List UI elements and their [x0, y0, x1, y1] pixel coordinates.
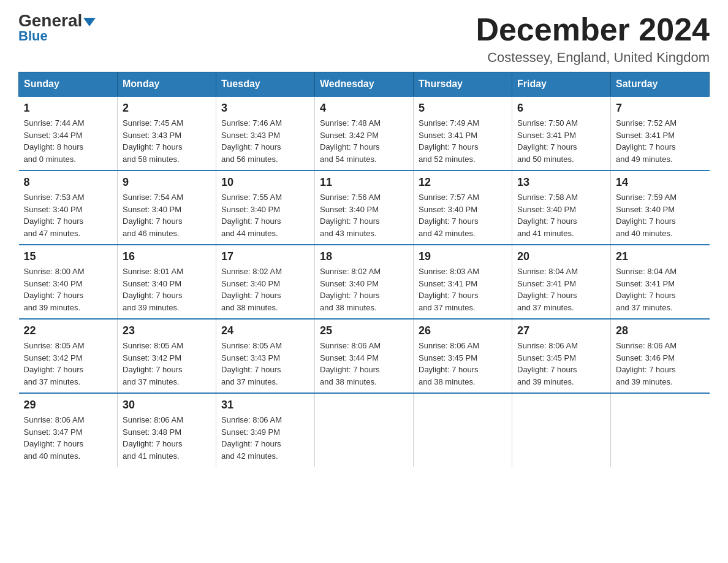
day-info: Sunrise: 7:49 AM Sunset: 3:41 PM Dayligh… — [419, 117, 507, 165]
calendar-cell — [512, 393, 611, 467]
day-info: Sunrise: 7:44 AM Sunset: 3:44 PM Dayligh… — [24, 117, 113, 165]
calendar-cell: 25 Sunrise: 8:06 AM Sunset: 3:44 PM Dayl… — [315, 319, 414, 393]
day-number: 5 — [419, 102, 507, 115]
calendar-cell: 15 Sunrise: 8:00 AM Sunset: 3:40 PM Dayl… — [19, 245, 118, 319]
day-number: 14 — [616, 176, 705, 189]
calendar-cell: 11 Sunrise: 7:56 AM Sunset: 3:40 PM Dayl… — [315, 170, 414, 245]
calendar-cell: 1 Sunrise: 7:44 AM Sunset: 3:44 PM Dayli… — [19, 96, 118, 170]
day-number: 22 — [24, 324, 113, 337]
page-header: General Blue December 2024 Costessey, En… — [18, 12, 710, 66]
day-info: Sunrise: 8:06 AM Sunset: 3:48 PM Dayligh… — [123, 414, 211, 462]
calendar-cell: 28 Sunrise: 8:06 AM Sunset: 3:46 PM Dayl… — [611, 319, 710, 393]
day-info: Sunrise: 7:56 AM Sunset: 3:40 PM Dayligh… — [320, 191, 408, 239]
day-number: 1 — [24, 102, 113, 115]
day-info: Sunrise: 8:04 AM Sunset: 3:41 PM Dayligh… — [616, 266, 705, 313]
calendar-week-row: 29 Sunrise: 8:06 AM Sunset: 3:47 PM Dayl… — [19, 393, 710, 467]
day-number: 2 — [123, 102, 211, 115]
day-number: 7 — [616, 102, 705, 115]
day-info: Sunrise: 7:45 AM Sunset: 3:43 PM Dayligh… — [123, 117, 211, 165]
day-number: 11 — [320, 176, 408, 189]
calendar-cell: 21 Sunrise: 8:04 AM Sunset: 3:41 PM Dayl… — [611, 245, 710, 319]
day-number: 17 — [221, 250, 309, 263]
day-info: Sunrise: 8:01 AM Sunset: 3:40 PM Dayligh… — [123, 266, 211, 313]
calendar-cell: 24 Sunrise: 8:05 AM Sunset: 3:43 PM Dayl… — [216, 319, 315, 393]
calendar-header: SundayMondayTuesdayWednesdayThursdayFrid… — [19, 72, 710, 97]
day-number: 8 — [24, 176, 113, 189]
calendar-cell: 3 Sunrise: 7:46 AM Sunset: 3:43 PM Dayli… — [216, 96, 315, 170]
calendar-cell: 27 Sunrise: 8:06 AM Sunset: 3:45 PM Dayl… — [512, 319, 611, 393]
calendar-cell: 17 Sunrise: 8:02 AM Sunset: 3:40 PM Dayl… — [216, 245, 315, 319]
calendar-cell: 9 Sunrise: 7:54 AM Sunset: 3:40 PM Dayli… — [118, 170, 216, 245]
calendar-cell: 12 Sunrise: 7:57 AM Sunset: 3:40 PM Dayl… — [414, 170, 512, 245]
logo-blue: Blue — [18, 28, 48, 44]
day-number: 30 — [123, 399, 211, 412]
weekday-header-wednesday: Wednesday — [315, 72, 414, 97]
calendar-cell: 10 Sunrise: 7:55 AM Sunset: 3:40 PM Dayl… — [216, 170, 315, 245]
calendar-cell: 23 Sunrise: 8:05 AM Sunset: 3:42 PM Dayl… — [118, 319, 216, 393]
day-info: Sunrise: 8:02 AM Sunset: 3:40 PM Dayligh… — [320, 266, 408, 313]
day-number: 25 — [320, 324, 408, 337]
day-number: 19 — [419, 250, 507, 263]
page-subtitle: Costessey, England, United Kingdom — [476, 50, 710, 66]
weekday-header-friday: Friday — [512, 72, 611, 97]
day-info: Sunrise: 8:06 AM Sunset: 3:47 PM Dayligh… — [24, 414, 113, 462]
day-number: 23 — [123, 324, 211, 337]
calendar-cell — [315, 393, 414, 467]
day-info: Sunrise: 8:06 AM Sunset: 3:44 PM Dayligh… — [320, 340, 408, 388]
calendar-week-row: 15 Sunrise: 8:00 AM Sunset: 3:40 PM Dayl… — [19, 245, 710, 319]
calendar-cell — [414, 393, 512, 467]
day-info: Sunrise: 8:06 AM Sunset: 3:45 PM Dayligh… — [419, 340, 507, 388]
day-number: 3 — [221, 102, 309, 115]
calendar-body: 1 Sunrise: 7:44 AM Sunset: 3:44 PM Dayli… — [19, 96, 710, 467]
day-info: Sunrise: 7:59 AM Sunset: 3:40 PM Dayligh… — [616, 191, 705, 239]
day-number: 12 — [419, 176, 507, 189]
calendar-week-row: 22 Sunrise: 8:05 AM Sunset: 3:42 PM Dayl… — [19, 319, 710, 393]
calendar-cell: 22 Sunrise: 8:05 AM Sunset: 3:42 PM Dayl… — [19, 319, 118, 393]
calendar-cell: 14 Sunrise: 7:59 AM Sunset: 3:40 PM Dayl… — [611, 170, 710, 245]
day-number: 31 — [221, 399, 309, 412]
day-info: Sunrise: 7:50 AM Sunset: 3:41 PM Dayligh… — [517, 117, 605, 165]
calendar-cell: 30 Sunrise: 8:06 AM Sunset: 3:48 PM Dayl… — [118, 393, 216, 467]
day-info: Sunrise: 8:02 AM Sunset: 3:40 PM Dayligh… — [221, 266, 309, 313]
day-info: Sunrise: 7:48 AM Sunset: 3:42 PM Dayligh… — [320, 117, 408, 165]
logo: General Blue — [18, 12, 96, 44]
calendar-cell: 8 Sunrise: 7:53 AM Sunset: 3:40 PM Dayli… — [19, 170, 118, 245]
day-number: 10 — [221, 176, 309, 189]
calendar-cell: 18 Sunrise: 8:02 AM Sunset: 3:40 PM Dayl… — [315, 245, 414, 319]
calendar-cell: 26 Sunrise: 8:06 AM Sunset: 3:45 PM Dayl… — [414, 319, 512, 393]
day-number: 24 — [221, 324, 309, 337]
calendar-cell: 16 Sunrise: 8:01 AM Sunset: 3:40 PM Dayl… — [118, 245, 216, 319]
calendar-cell: 2 Sunrise: 7:45 AM Sunset: 3:43 PM Dayli… — [118, 96, 216, 170]
weekday-header-thursday: Thursday — [414, 72, 512, 97]
weekday-header-row: SundayMondayTuesdayWednesdayThursdayFrid… — [19, 72, 710, 97]
day-number: 18 — [320, 250, 408, 263]
calendar-cell: 20 Sunrise: 8:04 AM Sunset: 3:41 PM Dayl… — [512, 245, 611, 319]
day-number: 21 — [616, 250, 705, 263]
calendar-cell: 7 Sunrise: 7:52 AM Sunset: 3:41 PM Dayli… — [611, 96, 710, 170]
calendar-cell: 31 Sunrise: 8:06 AM Sunset: 3:49 PM Dayl… — [216, 393, 315, 467]
day-number: 28 — [616, 324, 705, 337]
day-info: Sunrise: 7:58 AM Sunset: 3:40 PM Dayligh… — [517, 191, 605, 239]
day-info: Sunrise: 7:53 AM Sunset: 3:40 PM Dayligh… — [24, 191, 113, 239]
day-number: 27 — [517, 324, 605, 337]
calendar-cell: 19 Sunrise: 8:03 AM Sunset: 3:41 PM Dayl… — [414, 245, 512, 319]
weekday-header-sunday: Sunday — [19, 72, 118, 97]
day-info: Sunrise: 8:05 AM Sunset: 3:42 PM Dayligh… — [123, 340, 211, 388]
title-block: December 2024 Costessey, England, United… — [476, 12, 710, 66]
calendar-table: SundayMondayTuesdayWednesdayThursdayFrid… — [18, 72, 710, 467]
day-info: Sunrise: 7:57 AM Sunset: 3:40 PM Dayligh… — [419, 191, 507, 239]
day-number: 4 — [320, 102, 408, 115]
day-number: 15 — [24, 250, 113, 263]
day-info: Sunrise: 7:54 AM Sunset: 3:40 PM Dayligh… — [123, 191, 211, 239]
calendar-cell — [611, 393, 710, 467]
day-number: 20 — [517, 250, 605, 263]
calendar-cell: 5 Sunrise: 7:49 AM Sunset: 3:41 PM Dayli… — [414, 96, 512, 170]
day-number: 29 — [24, 399, 113, 412]
page-title: December 2024 — [476, 12, 710, 47]
day-info: Sunrise: 8:05 AM Sunset: 3:43 PM Dayligh… — [221, 340, 309, 388]
day-info: Sunrise: 8:06 AM Sunset: 3:49 PM Dayligh… — [221, 414, 309, 462]
day-info: Sunrise: 8:00 AM Sunset: 3:40 PM Dayligh… — [24, 266, 113, 313]
calendar-week-row: 1 Sunrise: 7:44 AM Sunset: 3:44 PM Dayli… — [19, 96, 710, 170]
day-info: Sunrise: 8:03 AM Sunset: 3:41 PM Dayligh… — [419, 266, 507, 313]
day-number: 16 — [123, 250, 211, 263]
